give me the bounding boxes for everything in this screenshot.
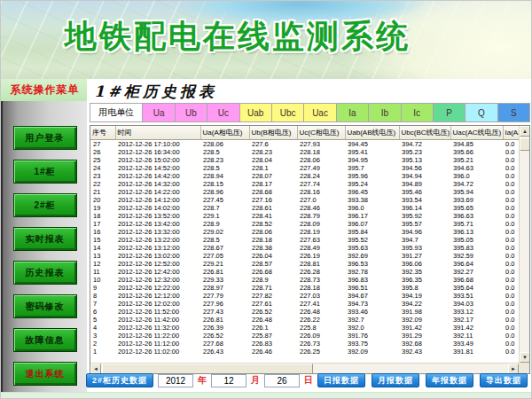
unit-cell-Ubc[interactable]: Ubc	[271, 103, 304, 122]
unit-cell-Ia[interactable]: Ia	[336, 103, 369, 122]
month-input[interactable]	[211, 374, 246, 387]
table-cell: 0.0	[503, 156, 520, 164]
table-cell: 392.09	[345, 348, 399, 356]
unit-cell-Ic[interactable]: Ic	[401, 103, 434, 122]
table-row[interactable]: 52012-12-26 11:42:00226.81226.48226.2239…	[90, 316, 520, 324]
table-cell: 228.18	[297, 284, 345, 292]
table-cell: 2012-12-26 14:22:00	[115, 188, 200, 196]
unit-cell-S[interactable]: S	[497, 103, 530, 122]
main-content: 1#柜历史报表 用电单位UaUbUcUabUbcUacIaIbIcPQS 序号时…	[87, 79, 532, 394]
unit-cell-Ua[interactable]: Ua	[142, 103, 175, 122]
unit-cell-Uab[interactable]: Uab	[239, 103, 272, 122]
table-cell: 395.52	[345, 236, 399, 244]
table-row[interactable]: 32012-12-26 11:22:00226.52225.87226.0939…	[90, 332, 520, 340]
unit-cell-Ib[interactable]: Ib	[368, 103, 401, 122]
table-cell: 228.94	[200, 172, 249, 180]
vertical-scroll-thumb[interactable]	[520, 137, 530, 151]
table-cell: 228.16	[297, 188, 345, 196]
vertical-scrollbar[interactable]: ▲ ▼	[519, 126, 529, 363]
export-data-button[interactable]: 导出数据	[480, 373, 528, 387]
table-row[interactable]: 252012-12-26 15:02:00228.23228.04228.063…	[90, 156, 520, 164]
table-cell: 225.8	[297, 324, 345, 332]
sidebar-item-user-login[interactable]: 用户登录	[13, 126, 77, 150]
table-row[interactable]: 172012-12-26 13:42:00228.9228.52228.0939…	[90, 220, 520, 228]
table-cell: 0.0	[503, 196, 520, 204]
sidebar-item-cabinet2[interactable]: 2#柜	[13, 193, 77, 217]
table-row[interactable]: 212012-12-26 14:22:00228.96228.68228.163…	[90, 188, 520, 196]
table-row[interactable]: 112012-12-26 12:42:00226.81226.68226.283…	[90, 268, 520, 276]
cabinet2-history-button[interactable]: 2#柜历史数据	[86, 373, 153, 387]
table-cell: 228.5	[200, 236, 249, 244]
table-cell: 393.69	[450, 196, 503, 204]
scroll-up-icon[interactable]: ▲	[520, 126, 530, 137]
unit-cell-Uac[interactable]: Uac	[303, 103, 336, 122]
year-input[interactable]	[158, 374, 193, 387]
table-cell: 396.13	[450, 228, 503, 236]
unit-cell-用电单位[interactable]: 用电单位	[90, 103, 143, 122]
table-row[interactable]: 82012-12-26 12:12:00227.79227.82227.0339…	[90, 292, 520, 300]
sidebar-item-cabinet1[interactable]: 1#柜	[13, 160, 77, 184]
table-row[interactable]: 92012-12-26 12:22:00228.97228.71228.1839…	[90, 284, 520, 292]
table-cell: 0.0	[503, 188, 520, 196]
table-row[interactable]: 62012-12-26 11:52:00227.43226.52226.4839…	[90, 308, 520, 316]
sidebar-item-exit-system[interactable]: 退出系统	[13, 362, 77, 386]
table-cell: 227.45	[200, 196, 249, 204]
unit-cell-Uc[interactable]: Uc	[207, 103, 239, 122]
sidebar-item-fault-info[interactable]: 故障信息	[13, 328, 77, 352]
table-cell: 395.93	[399, 244, 450, 252]
table-row[interactable]: 182012-12-26 13:52:00229.1228.41228.7939…	[90, 212, 520, 220]
unit-cell-Ub[interactable]: Ub	[175, 103, 207, 122]
table-row[interactable]: 132012-12-26 13:02:00227.05226.04226.193…	[90, 252, 520, 260]
table-cell: 396.17	[345, 212, 399, 220]
table-row[interactable]: 72012-12-26 12:02:00227.96227.61227.4139…	[90, 300, 520, 308]
daily-report-button[interactable]: 日报数据	[317, 373, 365, 387]
table-cell: 392.35	[399, 268, 450, 276]
sidebar-item-history-report[interactable]: 历史报表	[13, 261, 77, 285]
table-cell: 227.0	[297, 196, 345, 204]
table-row[interactable]: 152012-12-26 13:22:00228.5228.18227.6339…	[90, 236, 520, 244]
unit-cell-P[interactable]: P	[433, 103, 466, 122]
table-row[interactable]: 222012-12-26 14:32:00228.15228.17227.743…	[90, 180, 520, 188]
table-cell: 392.43	[399, 348, 450, 356]
table-row[interactable]: 242012-12-26 14:52:00228.5228.1227.49395…	[90, 164, 520, 172]
table-row[interactable]: 272012-12-26 17:10:00228.06227.6227.9339…	[90, 139, 520, 148]
table-cell: 23	[90, 172, 115, 180]
table-cell: 0.0	[503, 220, 520, 228]
table-row[interactable]: 232012-12-26 14:42:00228.94228.07228.243…	[90, 172, 520, 180]
sidebar-item-change-password[interactable]: 密码修改	[13, 294, 77, 318]
sidebar-item-realtime-report[interactable]: 实时报表	[13, 227, 77, 251]
table-cell: 2012-12-26 13:42:00	[115, 220, 200, 228]
table-row[interactable]: 42012-12-26 11:32:00226.39226.1225.8392.…	[90, 324, 520, 332]
table-row[interactable]: 12012-12-26 11:02:00226.43226.46226.2539…	[90, 348, 520, 356]
day-input[interactable]	[264, 374, 300, 387]
table-row[interactable]: 202012-12-26 14:12:00227.45227.16227.039…	[90, 196, 520, 204]
table-cell: 227.03	[297, 292, 345, 300]
table-cell: 228.1	[249, 164, 297, 172]
table-cell: 391.81	[450, 348, 503, 356]
table-cell: 2012-12-26 11:52:00	[115, 308, 200, 316]
table-cell: 6	[90, 308, 115, 316]
table-row[interactable]: 142012-12-26 13:12:00228.67228.38228.493…	[90, 244, 520, 252]
table-cell: 395.41	[345, 148, 399, 156]
table-row[interactable]: 102012-12-26 12:32:00229.33228.9228.7339…	[90, 276, 520, 284]
table-row[interactable]: 122012-12-26 12:52:00229.21228.57228.813…	[90, 260, 520, 268]
unit-cell-Q[interactable]: Q	[465, 103, 497, 122]
table-cell: 395.65	[450, 204, 503, 212]
table-row[interactable]: 162012-12-26 13:32:00229.02228.06228.193…	[90, 228, 520, 236]
table-cell: 226.73	[297, 340, 345, 348]
table-row[interactable]: 192012-12-26 14:02:00228.7228.61228.4639…	[90, 204, 520, 212]
table-cell: 227.49	[297, 164, 345, 172]
table-cell: 396.0	[345, 204, 399, 212]
table-cell: 226.81	[200, 316, 249, 324]
table-cell: 0.0	[503, 252, 520, 260]
column-header: 序号	[90, 126, 115, 139]
table-row[interactable]: 22012-12-26 11:12:00227.68226.83226.7339…	[90, 340, 520, 348]
table-cell: 1	[90, 348, 115, 356]
table-cell: 15	[90, 236, 115, 244]
monthly-report-button[interactable]: 月报数据	[372, 373, 419, 387]
table-cell: 393.49	[450, 340, 503, 348]
yearly-report-button[interactable]: 年报数据	[426, 373, 473, 387]
table-cell: 392.27	[450, 268, 503, 276]
table-row[interactable]: 262012-12-26 16:34:00228.5228.23228.1839…	[90, 148, 520, 156]
scroll-down-icon[interactable]: ▼	[520, 352, 530, 363]
